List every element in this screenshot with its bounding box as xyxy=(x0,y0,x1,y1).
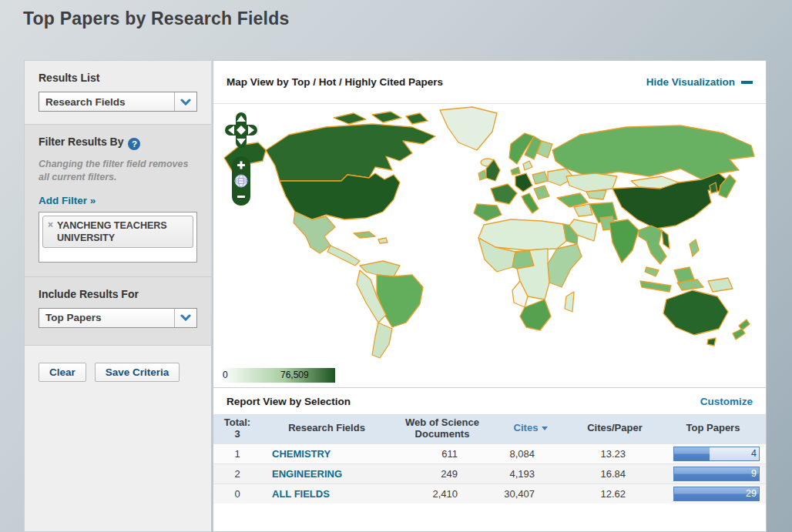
map-country-poland xyxy=(532,172,548,184)
field-link-all-fields[interactable]: ALL FIELDS xyxy=(272,488,330,500)
include-results-label: Include Results For xyxy=(39,288,197,300)
map-country-spain xyxy=(474,204,502,221)
map-country-italy xyxy=(522,193,539,213)
sort-triangle-icon[interactable] xyxy=(542,427,548,430)
chevron-down-icon[interactable] xyxy=(174,309,196,327)
customize-link[interactable]: Customize xyxy=(700,396,753,407)
top-papers-bar: 4 xyxy=(673,447,760,461)
filter-label: Filter Results By? xyxy=(39,136,197,150)
row-field: CHEMISTRY xyxy=(261,443,392,463)
hide-visualization-link[interactable]: Hide Visualization xyxy=(646,76,753,88)
map-region-balkans xyxy=(534,186,549,199)
save-criteria-button[interactable]: Save Criteria xyxy=(95,363,180,382)
bar-fill xyxy=(674,467,759,480)
chevron-down-icon[interactable] xyxy=(174,92,196,111)
col-header-documents[interactable]: Web of Science Documents xyxy=(392,414,492,443)
filter-tag-label: YANCHENG TEACHERS UNIVERSITY xyxy=(57,219,188,245)
map-country-kazakhstan xyxy=(566,173,617,192)
row-top-papers: 4 xyxy=(660,443,766,463)
col-header-top-papers[interactable]: Top Papers xyxy=(660,414,766,443)
row-documents: 2,410 xyxy=(392,483,492,504)
table-row: 2 ENGINEERING 249 4,193 16.84 9 xyxy=(213,463,766,483)
row-field: ENGINEERING xyxy=(261,463,392,483)
map-africa[interactable] xyxy=(478,219,582,330)
field-link-chemistry[interactable]: CHEMISTRY xyxy=(272,448,331,460)
legend-max-label: 76,509 xyxy=(280,370,309,380)
map-country-germany xyxy=(515,173,532,192)
row-top-papers: 9 xyxy=(660,463,766,483)
filter-note: Changing the filter field removes all cu… xyxy=(39,158,197,184)
zoom-control[interactable] xyxy=(231,156,251,206)
table-header-row: Total: 3 Research Fields Web of Science … xyxy=(213,414,766,443)
color-scale-legend: 0 76,509 xyxy=(220,368,335,383)
cites-sort-label[interactable]: Cites xyxy=(514,422,539,433)
map-south-america[interactable] xyxy=(357,261,423,358)
map-country-greenland xyxy=(440,107,497,150)
row-rank: 2 xyxy=(213,463,261,483)
row-cites-per-paper: 13.23 xyxy=(569,443,660,463)
results-list-section: Results List Research Fields xyxy=(25,61,211,125)
clear-button[interactable]: Clear xyxy=(39,363,86,382)
row-field: ALL FIELDS xyxy=(261,483,392,504)
help-icon[interactable]: ? xyxy=(128,138,140,150)
field-link-engineering[interactable]: ENGINEERING xyxy=(272,468,342,480)
filter-section: Filter Results By? Changing the filter f… xyxy=(25,125,211,277)
filter-box: × YANCHENG TEACHERS UNIVERSITY xyxy=(39,212,197,263)
results-list-dropdown[interactable]: Research Fields xyxy=(39,92,197,112)
col-header-cites[interactable]: Cites xyxy=(492,414,569,443)
map-country-indonesia xyxy=(640,281,671,292)
map-oceania[interactable] xyxy=(663,290,750,346)
zoom-out-icon xyxy=(237,196,245,198)
map-country-vietnam xyxy=(662,230,670,249)
table-row: 0 ALL FIELDS 2,410 30,407 12.62 29 xyxy=(213,483,766,504)
map-area: 0 76,509 xyxy=(213,104,766,387)
col-header-cites-per-paper[interactable]: Cites/Paper xyxy=(569,414,660,443)
map-country-canada xyxy=(266,124,435,181)
include-results-section: Include Results For Top Papers xyxy=(25,277,211,346)
row-top-papers: 29 xyxy=(660,483,766,504)
map-view-title: Map View byTop / Hot / Highly Cited Pape… xyxy=(227,76,443,88)
map-country-australia xyxy=(663,290,728,335)
row-documents: 611 xyxy=(392,443,492,463)
map-country-malaysia xyxy=(645,267,659,276)
map-region-tasmania xyxy=(707,338,716,346)
map-region-new-guinea xyxy=(708,278,733,292)
map-country-cuba xyxy=(354,232,375,238)
map-view-header: Map View byTop / Hot / Highly Cited Pape… xyxy=(213,61,766,104)
map-country-ireland xyxy=(478,170,486,180)
remove-filter-icon[interactable]: × xyxy=(48,219,53,232)
pan-control[interactable] xyxy=(224,112,258,149)
sidebar: Results List Research Fields Filter Resu… xyxy=(24,60,211,532)
table-row: 1 CHEMISTRY 611 8,084 13.23 4 xyxy=(213,443,766,463)
map-view-title-value: Top / Hot / Highly Cited Papers xyxy=(292,76,443,88)
map-country-france xyxy=(491,184,517,204)
col-header-research-fields[interactable]: Research Fields xyxy=(261,414,392,443)
minus-icon xyxy=(741,81,753,84)
map-region-central-america xyxy=(327,246,360,266)
row-cites-per-paper: 12.62 xyxy=(569,483,660,504)
include-results-dropdown[interactable]: Top Papers xyxy=(39,308,197,328)
map-region-borneo xyxy=(674,267,694,283)
map-country-argentina xyxy=(372,323,392,358)
map-country-colombia-venezuela xyxy=(360,261,400,276)
filter-label-text: Filter Results By xyxy=(39,136,123,148)
world-map[interactable] xyxy=(218,105,762,361)
row-rank: 0 xyxy=(213,483,261,504)
filter-tag[interactable]: × YANCHENG TEACHERS UNIVERSITY xyxy=(42,216,193,249)
legend-min-label: 0 xyxy=(223,370,228,380)
add-filter-link[interactable]: Add Filter » xyxy=(39,195,96,206)
sidebar-actions: Clear Save Criteria xyxy=(25,346,211,531)
top-papers-bar: 9 xyxy=(673,467,760,481)
map-north-america[interactable] xyxy=(224,107,497,266)
map-asia[interactable] xyxy=(552,125,754,292)
map-country-philippines xyxy=(690,239,699,256)
total-header: Total: 3 xyxy=(213,414,261,443)
bar-fill xyxy=(674,447,710,460)
map-country-new-zealand xyxy=(739,320,750,330)
include-results-selected: Top Papers xyxy=(45,312,102,323)
bar-value: 4 xyxy=(751,448,757,459)
bar-value: 9 xyxy=(751,468,757,479)
results-list-label: Results List xyxy=(39,72,197,84)
report-view-header: Report View by Selection Customize xyxy=(213,387,766,414)
map-controls xyxy=(224,112,258,206)
